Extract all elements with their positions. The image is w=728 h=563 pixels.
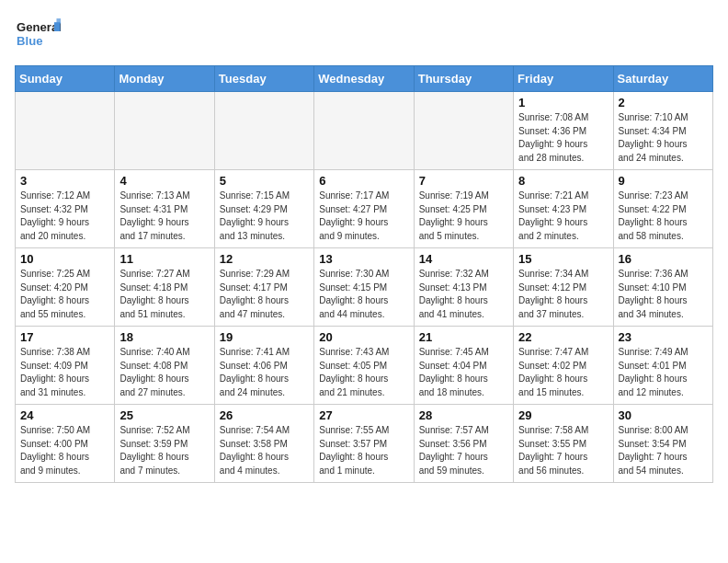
- day-info: Sunrise: 7:08 AM Sunset: 4:36 PM Dayligh…: [518, 111, 608, 165]
- day-cell: 9Sunrise: 7:23 AM Sunset: 4:22 PM Daylig…: [613, 170, 712, 248]
- day-info: Sunrise: 7:57 AM Sunset: 3:56 PM Dayligh…: [419, 424, 508, 477]
- day-number: 21: [419, 330, 508, 344]
- weekday-header-wednesday: Wednesday: [314, 66, 414, 92]
- day-number: 19: [220, 330, 309, 344]
- day-cell: 19Sunrise: 7:41 AM Sunset: 4:06 PM Dayli…: [214, 327, 313, 405]
- day-cell: 27Sunrise: 7:55 AM Sunset: 3:57 PM Dayli…: [314, 405, 414, 483]
- day-cell: 8Sunrise: 7:21 AM Sunset: 4:23 PM Daylig…: [514, 170, 613, 248]
- day-cell: [16, 92, 115, 170]
- day-info: Sunrise: 7:10 AM Sunset: 4:34 PM Dayligh…: [619, 111, 708, 165]
- day-number: 7: [419, 174, 508, 188]
- day-cell: 13Sunrise: 7:30 AM Sunset: 4:15 PM Dayli…: [314, 248, 414, 327]
- weekday-header-row: SundayMondayTuesdayWednesdayThursdayFrid…: [16, 66, 713, 92]
- day-number: 8: [518, 174, 608, 188]
- day-cell: 12Sunrise: 7:29 AM Sunset: 4:17 PM Dayli…: [214, 248, 313, 327]
- day-info: Sunrise: 7:34 AM Sunset: 4:12 PM Dayligh…: [518, 268, 608, 321]
- day-cell: 30Sunrise: 8:00 AM Sunset: 3:54 PM Dayli…: [613, 405, 712, 483]
- day-number: 6: [319, 174, 408, 188]
- day-info: Sunrise: 7:30 AM Sunset: 4:15 PM Dayligh…: [319, 268, 408, 321]
- day-info: Sunrise: 7:47 AM Sunset: 4:02 PM Dayligh…: [518, 346, 608, 399]
- day-info: Sunrise: 7:50 AM Sunset: 4:00 PM Dayligh…: [20, 424, 109, 477]
- day-cell: 1Sunrise: 7:08 AM Sunset: 4:36 PM Daylig…: [514, 92, 613, 170]
- day-cell: 29Sunrise: 7:58 AM Sunset: 3:55 PM Dayli…: [514, 405, 613, 483]
- day-info: Sunrise: 7:13 AM Sunset: 4:31 PM Dayligh…: [119, 190, 209, 243]
- day-number: 22: [518, 330, 608, 344]
- day-info: Sunrise: 7:12 AM Sunset: 4:32 PM Dayligh…: [20, 190, 109, 243]
- day-number: 20: [319, 330, 408, 344]
- day-info: Sunrise: 7:41 AM Sunset: 4:06 PM Dayligh…: [220, 346, 309, 399]
- week-row-5: 24Sunrise: 7:50 AM Sunset: 4:00 PM Dayli…: [16, 405, 713, 483]
- day-cell: 5Sunrise: 7:15 AM Sunset: 4:29 PM Daylig…: [214, 170, 313, 248]
- day-cell: 28Sunrise: 7:57 AM Sunset: 3:56 PM Dayli…: [414, 405, 513, 483]
- day-number: 11: [119, 252, 209, 266]
- day-info: Sunrise: 7:36 AM Sunset: 4:10 PM Dayligh…: [619, 268, 708, 321]
- day-number: 18: [119, 330, 209, 344]
- svg-text:Blue: Blue: [17, 34, 42, 48]
- day-info: Sunrise: 7:15 AM Sunset: 4:29 PM Dayligh…: [220, 190, 309, 243]
- day-info: Sunrise: 7:52 AM Sunset: 3:59 PM Dayligh…: [119, 424, 209, 477]
- day-cell: 22Sunrise: 7:47 AM Sunset: 4:02 PM Dayli…: [514, 327, 613, 405]
- day-cell: 17Sunrise: 7:38 AM Sunset: 4:09 PM Dayli…: [16, 327, 115, 405]
- day-info: Sunrise: 7:45 AM Sunset: 4:04 PM Dayligh…: [419, 346, 508, 399]
- day-info: Sunrise: 7:21 AM Sunset: 4:23 PM Dayligh…: [518, 190, 608, 243]
- day-info: Sunrise: 7:38 AM Sunset: 4:09 PM Dayligh…: [20, 346, 109, 399]
- day-number: 26: [220, 408, 309, 422]
- day-cell: [115, 92, 214, 170]
- day-info: Sunrise: 7:29 AM Sunset: 4:17 PM Dayligh…: [220, 268, 309, 321]
- day-number: 28: [419, 408, 508, 422]
- day-number: 29: [518, 408, 608, 422]
- day-cell: 15Sunrise: 7:34 AM Sunset: 4:12 PM Dayli…: [514, 248, 613, 327]
- page-header: General Blue: [15, 15, 713, 56]
- day-number: 25: [119, 408, 209, 422]
- day-cell: 3Sunrise: 7:12 AM Sunset: 4:32 PM Daylig…: [16, 170, 115, 248]
- logo-icon: General Blue: [15, 15, 61, 56]
- day-cell: 14Sunrise: 7:32 AM Sunset: 4:13 PM Dayli…: [414, 248, 513, 327]
- day-cell: 26Sunrise: 7:54 AM Sunset: 3:58 PM Dayli…: [214, 405, 313, 483]
- day-cell: 25Sunrise: 7:52 AM Sunset: 3:59 PM Dayli…: [115, 405, 214, 483]
- day-number: 23: [619, 330, 708, 344]
- day-cell: 20Sunrise: 7:43 AM Sunset: 4:05 PM Dayli…: [314, 327, 414, 405]
- day-number: 14: [419, 252, 508, 266]
- day-info: Sunrise: 7:55 AM Sunset: 3:57 PM Dayligh…: [319, 424, 408, 477]
- svg-text:General: General: [17, 20, 61, 34]
- day-info: Sunrise: 7:17 AM Sunset: 4:27 PM Dayligh…: [319, 190, 408, 243]
- day-cell: 6Sunrise: 7:17 AM Sunset: 4:27 PM Daylig…: [314, 170, 414, 248]
- day-cell: [314, 92, 414, 170]
- day-number: 16: [619, 252, 708, 266]
- day-info: Sunrise: 7:23 AM Sunset: 4:22 PM Dayligh…: [619, 190, 708, 243]
- weekday-header-saturday: Saturday: [613, 66, 712, 92]
- weekday-header-tuesday: Tuesday: [214, 66, 313, 92]
- day-cell: 23Sunrise: 7:49 AM Sunset: 4:01 PM Dayli…: [613, 327, 712, 405]
- day-number: 2: [619, 96, 708, 109]
- svg-marker-3: [56, 18, 61, 24]
- day-cell: 7Sunrise: 7:19 AM Sunset: 4:25 PM Daylig…: [414, 170, 513, 248]
- week-row-3: 10Sunrise: 7:25 AM Sunset: 4:20 PM Dayli…: [16, 248, 713, 327]
- day-info: Sunrise: 7:58 AM Sunset: 3:55 PM Dayligh…: [518, 424, 608, 477]
- day-number: 13: [319, 252, 408, 266]
- day-number: 3: [20, 174, 109, 188]
- day-cell: 10Sunrise: 7:25 AM Sunset: 4:20 PM Dayli…: [16, 248, 115, 327]
- day-number: 4: [119, 174, 209, 188]
- weekday-header-sunday: Sunday: [16, 66, 115, 92]
- weekday-header-thursday: Thursday: [414, 66, 513, 92]
- day-info: Sunrise: 7:32 AM Sunset: 4:13 PM Dayligh…: [419, 268, 508, 321]
- day-info: Sunrise: 7:49 AM Sunset: 4:01 PM Dayligh…: [619, 346, 708, 399]
- day-number: 1: [518, 96, 608, 109]
- day-info: Sunrise: 7:54 AM Sunset: 3:58 PM Dayligh…: [220, 424, 309, 477]
- day-info: Sunrise: 8:00 AM Sunset: 3:54 PM Dayligh…: [619, 424, 708, 477]
- day-info: Sunrise: 7:43 AM Sunset: 4:05 PM Dayligh…: [319, 346, 408, 399]
- day-cell: 11Sunrise: 7:27 AM Sunset: 4:18 PM Dayli…: [115, 248, 214, 327]
- day-cell: 18Sunrise: 7:40 AM Sunset: 4:08 PM Dayli…: [115, 327, 214, 405]
- weekday-header-friday: Friday: [514, 66, 613, 92]
- day-cell: 4Sunrise: 7:13 AM Sunset: 4:31 PM Daylig…: [115, 170, 214, 248]
- day-info: Sunrise: 7:40 AM Sunset: 4:08 PM Dayligh…: [119, 346, 209, 399]
- week-row-2: 3Sunrise: 7:12 AM Sunset: 4:32 PM Daylig…: [16, 170, 713, 248]
- day-cell: 21Sunrise: 7:45 AM Sunset: 4:04 PM Dayli…: [414, 327, 513, 405]
- day-number: 10: [20, 252, 109, 266]
- day-number: 9: [619, 174, 708, 188]
- day-cell: [414, 92, 513, 170]
- logo: General Blue: [15, 15, 61, 56]
- day-cell: [214, 92, 313, 170]
- day-number: 15: [518, 252, 608, 266]
- calendar-table: SundayMondayTuesdayWednesdayThursdayFrid…: [15, 65, 713, 483]
